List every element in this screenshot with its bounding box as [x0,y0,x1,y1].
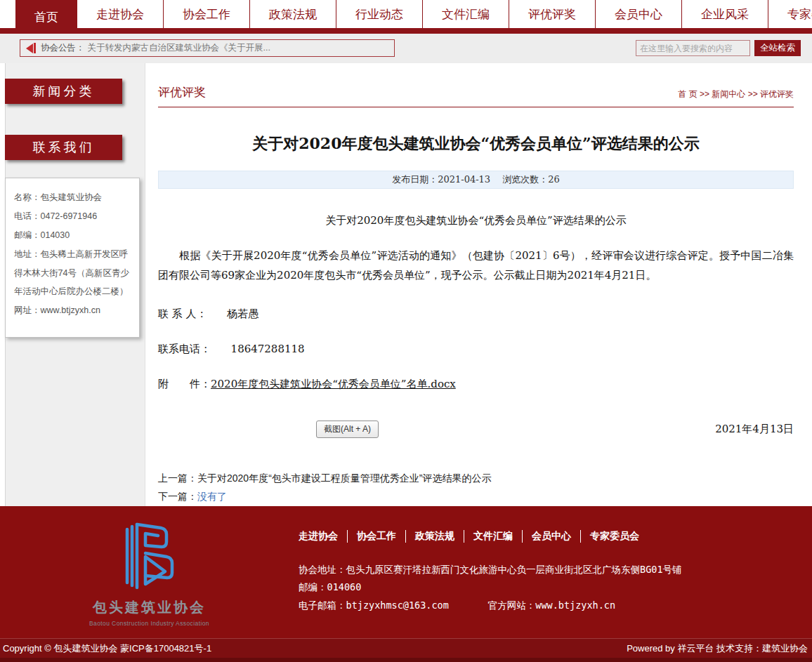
prev-label: 上一篇： [158,472,197,484]
nav-item-1[interactable]: 走进协会 [77,0,163,28]
next-label: 下一篇： [158,491,197,502]
breadcrumb[interactable]: 首 页 >> 新闻中心 >> 评优评奖 [678,88,794,100]
article-meta-bar: 发布日期：2021-04-13 浏览次数：26 [158,171,794,189]
footer-nav-item-1[interactable]: 协会工作 [347,530,405,543]
article: 关于对2020年度包头建筑业协会“优秀会员单位”评选结果的公示 发布日期：202… [158,133,794,438]
attachment-label: 附 件： [158,378,211,390]
content-region: 新闻分类 联系我们 名称：包头建筑业协会电话：0472-6971946邮编：01… [0,63,812,506]
nav-item-6[interactable]: 评优评奖 [509,0,595,28]
page: 首页走进协会协会工作政策法规行业动态文件汇编评优评奖会员中心企业风采专家委员会 … [0,0,812,662]
article-paragraph: 根据《关于开展2020年度“优秀会员单位”评选活动的通知》（包建协〔2021〕6… [158,246,794,286]
footer-site[interactable]: 官方网站：www.btjzyxh.cn [488,600,615,611]
footer-nav-item-4[interactable]: 会员中心 [522,530,580,543]
footer-logo-block: 包头建筑业协会 Baotou Construction Industry Ass… [0,518,299,627]
copyright-text: Copyright © 包头建筑业协会 蒙ICP备17004821号-1 [3,642,211,655]
powered-by-text: Powered by 祥云平台 技术支持：建筑业协会 [627,642,808,655]
association-logo-icon [117,518,182,591]
next-row: 下一篇：没有了 [158,487,794,506]
contact-card-line-4: 网址：www.btjzyxh.cn [14,301,131,320]
contact-phone-line: 联系电话： 18647288118 [158,343,794,356]
attachment-link[interactable]: 2020年度包头建筑业协会“优秀会员单位”名单.docx [211,378,456,390]
search-button[interactable]: 全站检索 [754,40,801,56]
footer-logo-name: 包头建筑业协会 [93,598,206,617]
nav-item-8[interactable]: 企业风采 [681,0,768,28]
nav-item-0[interactable]: 首页 [15,0,77,34]
nav-item-7[interactable]: 会员中心 [595,0,681,28]
search-input[interactable] [636,40,750,56]
nav-underline-strip [0,28,812,34]
footer-nav-item-3[interactable]: 文件汇编 [464,530,522,543]
announcement-box[interactable]: 协会公告： 关于转发内蒙古自治区建筑业协会《关于开展... [20,39,395,57]
footer-nav-item-5[interactable]: 专家委员会 [580,530,648,543]
footer-address: 协会地址：包头九原区赛汗塔拉新西门文化旅游中心负一层商业街北区北广场东侧BG01… [299,561,812,579]
bottom-strip [0,658,812,662]
next-article-link[interactable]: 没有了 [197,491,227,502]
article-subtitle: 关于对2020年度包头建筑业协会“优秀会员单位”评选结果的公示 [158,214,794,227]
footer-email-line: 电子邮箱：btjzyxhmsc@163.com官方网站：www.btjzyxh.… [299,597,812,615]
footer-email[interactable]: 电子邮箱：btjzyxhmsc@163.com [299,600,449,611]
sidebar-news-category-button[interactable]: 新闻分类 [5,79,122,104]
nav-item-3[interactable]: 政策法规 [249,0,336,28]
announcement-bar: 协会公告： 关于转发内蒙古自治区建筑业协会《关于开展... 全站检索 [0,34,812,63]
footer-logo-subtitle: Baotou Construction Industry Association [89,620,209,627]
main-content: 评优评奖 首 页 >> 新闻中心 >> 评优评奖 关于对2020年度包头建筑业协… [145,63,812,506]
contact-card-line-2: 邮编：014030 [14,226,131,245]
sidebar-contact-us-button[interactable]: 联系我们 [5,135,122,160]
section-header: 评优评奖 首 页 >> 新闻中心 >> 评优评奖 [158,63,794,107]
footer-nav: 走进协会协会工作政策法规文件汇编会员中心专家委员会 [299,530,812,543]
nav-item-5[interactable]: 文件汇编 [422,0,509,28]
contact-person-line: 联 系 人： 杨若愚 [158,307,794,321]
sidebar: 新闻分类 联系我们 名称：包头建筑业协会电话：0472-6971946邮编：01… [0,63,145,506]
contact-card-line-1: 电话：0472-6971946 [14,207,131,226]
footer: 包头建筑业协会 Baotou Construction Industry Ass… [0,506,812,639]
footer-zip: 邮编：014060 [299,578,812,597]
footer-info: 走进协会协会工作政策法规文件汇编会员中心专家委员会 协会地址：包头九原区赛汗塔拉… [299,530,812,615]
article-title: 关于对2020年度包头建筑业协会“优秀会员单位”评选结果的公示 [158,133,794,154]
speaker-icon [26,43,36,53]
announcement-text[interactable]: 关于转发内蒙古自治区建筑业协会《关于开展... [88,42,270,54]
prev-row: 上一篇：关于对2020年度“包头市建设工程质量管理优秀企业”评选结果的公示 [158,469,794,488]
contact-card-line-0: 名称：包头建筑业协会 [14,188,131,207]
nav-item-9[interactable]: 专家委员会 [768,0,812,28]
attachment-line: 附 件：2020年度包头建筑业协会“优秀会员单位”名单.docx [158,378,794,391]
contact-card-line-3: 地址：包头稀土高新开发区呼得木林大街74号（高新区青少年活动中心后院办公楼二楼） [14,245,131,302]
nav-item-2[interactable]: 协会工作 [163,0,249,28]
sidebar-contact-card: 名称：包头建筑业协会电话：0472-6971946邮编：014030地址：包头稀… [5,178,140,338]
footer-nav-item-2[interactable]: 政策法规 [405,530,464,543]
section-title: 评优评奖 [158,84,206,100]
screenshot-row: 截图(Alt + A) 2021年4月13日 [158,421,794,438]
prev-article-link[interactable]: 关于对2020年度“包头市建设工程质量管理优秀企业”评选结果的公示 [197,472,491,484]
announcement-label: 协会公告： [41,42,85,54]
screenshot-button[interactable]: 截图(Alt + A) [316,421,379,438]
nav-item-4[interactable]: 行业动态 [336,0,422,28]
article-date: 2021年4月13日 [715,423,794,436]
footer-nav-item-0[interactable]: 走进协会 [299,530,347,543]
copyright-bar: Copyright © 包头建筑业协会 蒙ICP备17004821号-1 Pow… [0,638,812,658]
top-nav: 首页走进协会协会工作政策法规行业动态文件汇编评优评奖会员中心企业风采专家委员会 [0,0,812,28]
prev-next-block: 上一篇：关于对2020年度“包头市建设工程质量管理优秀企业”评选结果的公示 下一… [158,469,794,506]
